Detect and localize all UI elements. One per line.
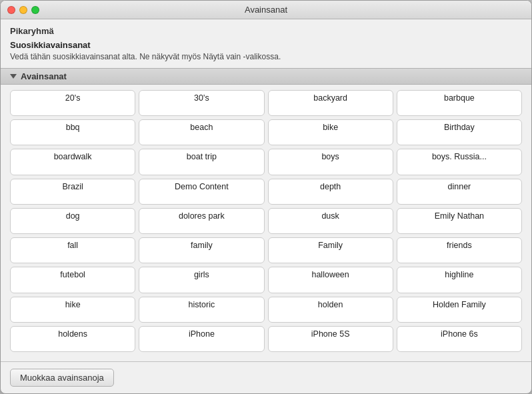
keyword-tag[interactable]: boys. Russia... xyxy=(397,149,522,175)
keyword-tag[interactable]: barbque xyxy=(397,90,522,116)
keyword-tag[interactable]: iPhone xyxy=(139,326,264,352)
keyword-tag[interactable]: Emily Nathan xyxy=(397,208,522,234)
pikaryhmä-label: Pikaryhmä xyxy=(10,26,522,36)
keyword-tag[interactable]: iPhone 6s xyxy=(397,326,522,352)
collapse-triangle-icon[interactable] xyxy=(10,74,17,79)
keyword-tag[interactable]: bbq xyxy=(10,119,135,145)
keyword-tag[interactable]: Brazil xyxy=(10,179,135,205)
keywords-section-title: Avainsanat xyxy=(21,71,67,81)
keyword-tag[interactable]: girls xyxy=(139,267,264,293)
close-button[interactable] xyxy=(7,6,15,14)
keyword-tag[interactable]: boys xyxy=(268,149,393,175)
keyword-tag[interactable]: iPhone 5S xyxy=(268,326,393,352)
favorites-section: Suosikkiavainsanat Vedä tähän suosikkiav… xyxy=(10,40,522,63)
keyword-tag[interactable]: halloween xyxy=(268,267,393,293)
keyword-tag[interactable]: futebol xyxy=(10,267,135,293)
keyword-tag[interactable]: friends xyxy=(397,237,522,263)
keyword-tag[interactable]: dolores park xyxy=(139,208,264,234)
keyword-tag[interactable]: depth xyxy=(268,179,393,205)
window-title: Avainsanat xyxy=(245,5,287,15)
keyword-tag[interactable]: backyard xyxy=(268,90,393,116)
keyword-tag[interactable]: dinner xyxy=(397,179,522,205)
keyword-tag[interactable]: Demo Content xyxy=(139,179,264,205)
maximize-button[interactable] xyxy=(31,6,39,14)
keyword-tag[interactable]: hike xyxy=(10,297,135,323)
edit-keywords-button[interactable]: Muokkaa avainsanoja xyxy=(10,369,114,387)
bottom-bar: Muokkaa avainsanoja xyxy=(1,361,531,393)
keyword-tag[interactable]: family xyxy=(139,237,264,263)
keyword-tag[interactable]: holden xyxy=(268,297,393,323)
keyword-tag[interactable]: dusk xyxy=(268,208,393,234)
traffic-lights xyxy=(7,6,39,14)
keyword-tag[interactable]: dog xyxy=(10,208,135,234)
favorites-description: Vedä tähän suosikkiavainsanat alta. Ne n… xyxy=(10,51,522,63)
keyword-tag[interactable]: 20's xyxy=(10,90,135,116)
keywords-grid: 20's30'sbackyardbarbquebbqbeachbikeBirth… xyxy=(10,90,522,355)
keyword-tag[interactable]: highline xyxy=(397,267,522,293)
keyword-tag[interactable]: bike xyxy=(268,119,393,145)
keyword-tag[interactable]: Family xyxy=(268,237,393,263)
keyword-tag[interactable]: boardwalk xyxy=(10,149,135,175)
keyword-tag[interactable]: Holden Family xyxy=(397,297,522,323)
favorites-title: Suosikkiavainsanat xyxy=(10,40,522,50)
keyword-tag[interactable]: fall xyxy=(10,237,135,263)
keyword-tag[interactable]: boat trip xyxy=(139,149,264,175)
keyword-tag[interactable]: historic xyxy=(139,297,264,323)
keywords-header: Avainsanat xyxy=(1,68,531,85)
main-content: Pikaryhmä Suosikkiavainsanat Vedä tähän … xyxy=(1,19,531,361)
keyword-tag[interactable]: Birthday xyxy=(397,119,522,145)
minimize-button[interactable] xyxy=(19,6,27,14)
keywords-window: Avainsanat Pikaryhmä Suosikkiavainsanat … xyxy=(0,0,532,394)
keyword-tag[interactable]: holdens xyxy=(10,326,135,352)
titlebar: Avainsanat xyxy=(1,1,531,19)
keyword-tag[interactable]: 30's xyxy=(139,90,264,116)
keyword-tag[interactable]: beach xyxy=(139,119,264,145)
